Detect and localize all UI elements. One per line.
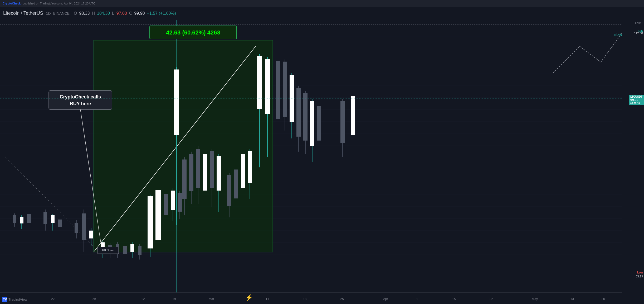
bottom-bolt-icon: ⚡ [245, 294, 253, 301]
ohlc-close: 99.90 [134, 11, 145, 16]
svg-rect-86 [257, 56, 262, 109]
date-mar18: 18 [303, 297, 306, 301]
svg-rect-34 [58, 220, 62, 227]
date-jan22: 22 [51, 297, 55, 301]
current-price-badge: LTCUSDT 99.90 06:39:13 [629, 95, 644, 105]
svg-rect-100 [310, 101, 314, 146]
svg-rect-78 [227, 175, 231, 206]
published-info-bar: CryptoCheck- published on TradingView.co… [0, 0, 644, 7]
svg-rect-68 [189, 154, 193, 191]
date-apr: Apr [383, 297, 388, 301]
svg-rect-96 [296, 88, 301, 137]
svg-rect-54 [148, 196, 153, 248]
svg-rect-48 [123, 246, 127, 254]
svg-rect-70 [196, 149, 200, 188]
svg-rect-26 [20, 217, 23, 223]
svg-rect-90 [276, 61, 280, 119]
ohlc-open: 98.33 [79, 11, 90, 16]
date-feb: Feb [91, 297, 96, 301]
svg-rect-72 [203, 154, 207, 191]
svg-rect-24 [13, 215, 16, 223]
callout-box [49, 91, 112, 109]
svg-rect-60 [171, 191, 175, 210]
svg-rect-58 [164, 194, 168, 215]
svg-rect-52 [138, 246, 142, 255]
svg-rect-56 [155, 190, 161, 240]
callout-text-1: CryptoCheck calls [60, 94, 101, 99]
future-price-line [553, 33, 622, 73]
date-may13: 13 [570, 297, 574, 301]
callout-text-2: BUY here [70, 101, 91, 106]
entry-price-text: 68.35← [102, 248, 114, 252]
chart-svg: 68.35← 42.63 (60.62%) 4263 CryptoCheck c… [0, 20, 622, 292]
green-zone-rect [94, 40, 273, 252]
y-axis: USDT High 112.80 Low 63.19 [622, 20, 644, 292]
ohlc-header: Litecoin / TetherUS 1D BINANCE O 98.33 H… [0, 7, 644, 20]
svg-rect-92 [283, 62, 287, 117]
candle-group-apr [276, 58, 321, 162]
svg-rect-76 [217, 156, 221, 191]
svg-rect-104 [340, 101, 345, 143]
low-price-value: 63.19 [636, 275, 643, 278]
date-mar: Mar [209, 297, 214, 301]
svg-rect-64 [174, 69, 179, 135]
svg-rect-74 [210, 151, 214, 188]
date-may20: 20 [602, 297, 605, 301]
svg-rect-98 [303, 93, 308, 141]
x-axis: 15 22 Feb 12 19 Mar 11 18 25 Apr 8 15 22… [0, 292, 622, 304]
ohlc-data: O 98.33 H 104.30 L 97.00 C 99.90 +1.57 (… [74, 11, 176, 16]
svg-rect-80 [234, 170, 238, 198]
svg-rect-88 [265, 59, 270, 114]
published-date: Apr 04, 2024 17:20 UTC [64, 2, 95, 5]
ohlc-change: +1.57 (+1.60%) [147, 11, 176, 16]
svg-rect-36 [75, 223, 78, 233]
date-apr15: 15 [452, 297, 456, 301]
svg-rect-106 [351, 96, 355, 135]
svg-rect-66 [182, 160, 187, 199]
chart-container: CryptoCheck- published on TradingView.co… [0, 0, 644, 304]
svg-rect-32 [51, 215, 55, 223]
candle-group-after-apr [340, 94, 355, 157]
svg-rect-84 [248, 151, 252, 183]
candle-group-jan15 [13, 212, 31, 229]
date-feb12: 12 [141, 297, 145, 301]
high-label-overlay: High [614, 33, 622, 37]
ohlc-high: 104.30 [97, 11, 110, 16]
brand-name: CryptoCheck- [3, 2, 22, 5]
ohlc-low: 97.00 [116, 11, 127, 16]
svg-rect-28 [27, 214, 31, 223]
low-price-label: Low [637, 271, 643, 274]
currency-label: USDT [635, 22, 643, 25]
high-price-value: 112.80 [634, 32, 643, 35]
svg-rect-82 [241, 154, 245, 188]
published-platform: published on TradingView.com, [23, 2, 63, 5]
date-mar25: 25 [340, 297, 344, 301]
date-apr8: 8 [416, 297, 418, 301]
tradingview-logo: TV TradingView [2, 297, 27, 302]
dotted-trendline [5, 157, 94, 246]
date-mar11: 11 [266, 297, 269, 301]
date-apr22: 22 [490, 297, 493, 301]
svg-rect-62 [178, 193, 182, 212]
date-feb19: 19 [172, 297, 176, 301]
svg-text:TV: TV [3, 298, 7, 301]
svg-rect-102 [317, 106, 321, 141]
svg-rect-38 [82, 213, 86, 240]
svg-rect-50 [130, 244, 134, 252]
tv-logo-icon: TV [2, 297, 7, 302]
svg-rect-30 [43, 212, 47, 224]
profit-text: 42.63 (60.62%) 4263 [166, 29, 220, 36]
svg-rect-40 [89, 231, 93, 238]
candle-group-jan22 [43, 210, 62, 233]
date-may: May [532, 297, 538, 301]
candle-group-feb [75, 210, 93, 252]
pair-title: Litecoin / TetherUS 1D BINANCE [3, 11, 70, 16]
